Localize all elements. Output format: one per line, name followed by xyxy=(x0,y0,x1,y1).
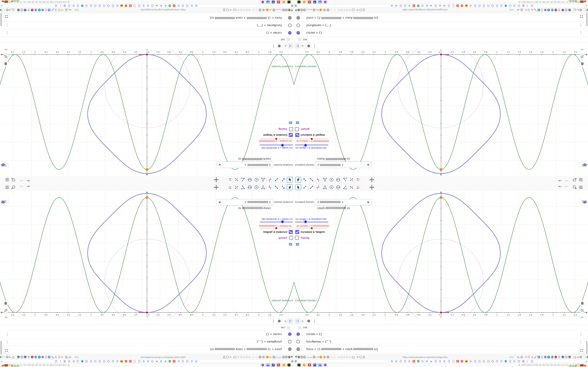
curvature-tangent-checkbox[interactable] xyxy=(295,230,299,234)
globe-color-icon[interactable] xyxy=(24,8,27,12)
record-circle-icon[interactable]: tcf xyxy=(31,355,34,359)
tool-move[interactable] xyxy=(295,177,301,183)
row-menu-icon[interactable] xyxy=(580,31,583,34)
arc-length-slider-handle[interactable] xyxy=(281,144,284,147)
lock-icon[interactable] xyxy=(223,8,226,12)
dot-icon[interactable] xyxy=(245,8,248,12)
undo-button[interactable] xyxy=(26,185,30,190)
graphics-view[interactable]: -2.4-2.2-2-1.8-1.6-1.4-1.2-1-0.8-0.6-0.4… xyxy=(0,49,294,176)
tab-favicon-red[interactable] xyxy=(125,360,127,363)
tab-favicon-g[interactable]: G xyxy=(439,4,441,7)
globe-color-icon[interactable] xyxy=(561,8,564,12)
search-icon[interactable] xyxy=(572,185,577,190)
play-step-button[interactable] xyxy=(295,242,300,246)
firefox-icon[interactable] xyxy=(266,355,269,359)
u-box-icon[interactable]: UD xyxy=(17,355,20,359)
tab-favicon-geo[interactable] xyxy=(399,4,402,7)
tab-favicon-geo[interactable] xyxy=(85,4,88,7)
url-field[interactable]: https://www.geogebra.org/classic/aagcxh3… xyxy=(140,8,186,11)
function-dropdown[interactable]: 1.000000000000 + cos(4.000000000000 x) xyxy=(315,162,371,168)
fullscreen-button[interactable] xyxy=(3,347,9,353)
green-dot-icon[interactable] xyxy=(586,8,588,12)
tool-point-with-label[interactable]: A xyxy=(302,184,308,190)
collapse-list-button[interactable]: − xyxy=(287,326,290,329)
brush-icon[interactable] xyxy=(51,8,54,12)
taskbar-app-chat[interactable] xyxy=(323,363,328,367)
home-button[interactable] xyxy=(3,300,9,306)
tab-favicon-check[interactable] xyxy=(168,360,171,363)
tab-favicon-g[interactable]: G xyxy=(116,360,119,363)
play-step-button[interactable] xyxy=(288,242,293,246)
lock-icon[interactable] xyxy=(362,8,365,12)
settings-gear-button[interactable] xyxy=(306,44,311,48)
tab-favicon-geo[interactable] xyxy=(518,4,520,7)
taskbar-app-chat[interactable] xyxy=(260,0,265,4)
algebra-row-funcs[interactable]: funcs = {1.000000000000 + cos(4.00000000… xyxy=(210,348,282,351)
tab-favicon-wiki[interactable]: W xyxy=(430,4,433,7)
tab-favicon-geo[interactable] xyxy=(531,4,533,7)
style-bar-toggle-button[interactable] xyxy=(0,198,8,205)
gear-icon[interactable] xyxy=(579,8,582,12)
badge-icon[interactable] xyxy=(297,355,300,359)
arc-icon[interactable] xyxy=(306,8,309,12)
tool-move-graphics-view[interactable] xyxy=(369,177,375,183)
gear-dark-icon[interactable] xyxy=(41,8,44,12)
firefox-icon[interactable] xyxy=(319,8,322,12)
gear-dark-icon[interactable] xyxy=(41,355,44,359)
tab-favicon-info[interactable]: i xyxy=(133,360,136,363)
input-fx-button[interactable]: fx xyxy=(301,319,306,323)
tab-favicon-g[interactable]: G xyxy=(177,4,180,7)
trash-icon[interactable] xyxy=(558,355,561,359)
tab-favicon-check[interactable] xyxy=(168,4,171,7)
globe-icon[interactable] xyxy=(312,8,316,12)
graphics-view[interactable]: -2.4-2.2-2-1.8-1.6-1.4-1.2-1-0.8-0.6-0.4… xyxy=(294,191,588,318)
tool-circle-with-center[interactable] xyxy=(329,177,334,183)
arrow-left-icon[interactable] xyxy=(229,8,232,12)
tool-reflect-about-line[interactable] xyxy=(349,177,354,183)
graphics-view[interactable]: -2.4-2.2-2-1.8-1.6-1.4-1.2-1-0.8-0.6-0.4… xyxy=(294,49,588,176)
tab-favicon-geo[interactable] xyxy=(434,4,437,7)
tab-favicon-ya[interactable]: R xyxy=(129,360,132,363)
globe-icon[interactable] xyxy=(326,8,329,12)
tab-favicon-g[interactable]: G xyxy=(72,360,75,363)
tab-favicon-g[interactable]: G xyxy=(513,360,516,363)
ghost-icon[interactable] xyxy=(330,8,333,12)
ghost-icon[interactable] xyxy=(255,355,258,359)
record-circle-icon[interactable]: tcf xyxy=(31,8,34,12)
tool-reflect-about-line[interactable] xyxy=(234,184,239,190)
zoom-in-button[interactable] xyxy=(579,308,585,313)
scrollbar-thumb[interactable] xyxy=(0,13,2,26)
sort-by-type-button[interactable] xyxy=(288,44,293,48)
tool-angle[interactable] xyxy=(342,177,348,183)
tool-angle[interactable] xyxy=(342,184,348,190)
kebab-menu-icon[interactable] xyxy=(314,43,315,48)
tab-favicon-ya[interactable]: R xyxy=(173,360,175,363)
tab-favicon-g[interactable]: G xyxy=(160,4,162,7)
tool-circle-with-center[interactable] xyxy=(254,177,259,183)
tab-favicon-geo[interactable] xyxy=(112,4,114,7)
tab-favicon-geo[interactable] xyxy=(85,360,88,363)
curvature-tangent-checkbox[interactable] xyxy=(295,133,299,137)
tab-favicon-geo[interactable] xyxy=(478,4,481,7)
tool-line-two-points[interactable] xyxy=(274,184,279,190)
globe-icon[interactable] xyxy=(259,355,262,359)
oval-icon[interactable] xyxy=(44,355,48,359)
visibility-toggle-curves[interactable] xyxy=(288,31,292,35)
dot-small-icon[interactable] xyxy=(242,355,245,359)
download-icon[interactable] xyxy=(54,355,57,359)
wrench-icon[interactable] xyxy=(269,8,272,12)
zoom-in-button[interactable] xyxy=(3,54,9,59)
star-icon[interactable] xyxy=(520,355,523,359)
tab-favicon-geo[interactable] xyxy=(487,360,490,363)
arc-icon[interactable] xyxy=(306,355,309,359)
d-box-icon[interactable]: D xyxy=(20,355,24,359)
tab-favicon-g[interactable]: G xyxy=(190,4,193,7)
redo-button[interactable] xyxy=(564,185,569,190)
puzzle-icon[interactable] xyxy=(12,8,15,12)
green-dot-icon[interactable] xyxy=(0,355,2,359)
tab-favicon-g[interactable]: G xyxy=(426,4,428,7)
arc-position-slider-handle[interactable] xyxy=(311,138,313,140)
tab-favicon-geo[interactable] xyxy=(404,360,406,363)
visibility-toggle-curves[interactable] xyxy=(296,31,300,35)
tool-line-two-points[interactable] xyxy=(309,177,314,183)
